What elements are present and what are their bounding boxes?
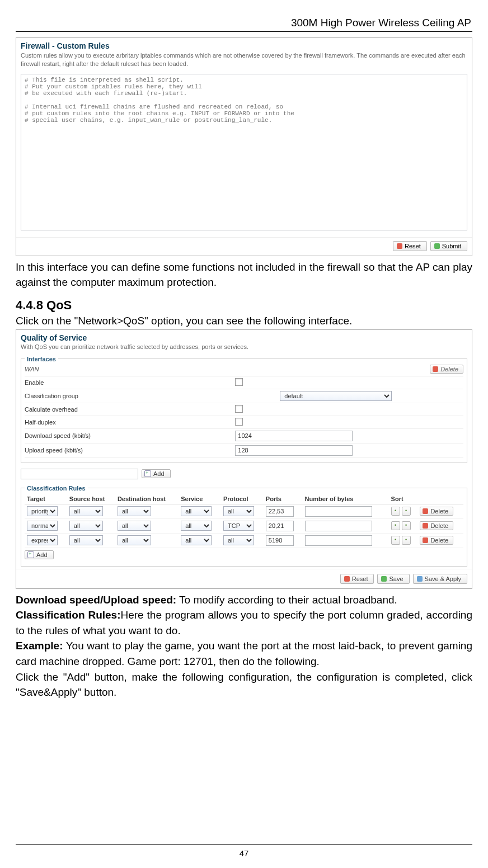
classification-label: Classification Rules: bbox=[16, 609, 120, 621]
plus-icon bbox=[144, 470, 151, 477]
delete-icon bbox=[423, 537, 428, 543]
half-duplex-row: Half-duplex bbox=[25, 416, 463, 429]
col-sort: Sort bbox=[389, 494, 418, 504]
ports-input[interactable] bbox=[266, 506, 294, 517]
download-speed-label: Download speed (kbit/s) bbox=[25, 432, 235, 439]
calc-overhead-checkbox[interactable] bbox=[235, 405, 243, 413]
target-select[interactable]: priority bbox=[27, 506, 58, 516]
upload-row: Upload speed (kbit/s) bbox=[25, 444, 463, 458]
col-bytes: Number of bytes bbox=[303, 494, 389, 504]
example-label: Example: bbox=[16, 640, 63, 652]
cancel-icon bbox=[397, 243, 402, 249]
qos-save-apply-button[interactable]: Save & Apply bbox=[413, 574, 467, 584]
ports-input[interactable] bbox=[266, 521, 294, 531]
qos-reset-button[interactable]: Reset bbox=[340, 574, 374, 584]
col-target: Target bbox=[25, 494, 67, 504]
source-host-select[interactable]: all bbox=[69, 521, 103, 531]
interfaces-legend: Interfaces bbox=[25, 356, 58, 362]
section-heading: 4.4.8 QoS bbox=[16, 298, 472, 313]
firewall-panel: Firewall - Custom Rules Custom rules all… bbox=[16, 37, 472, 256]
row-delete-button[interactable]: Delete bbox=[420, 536, 453, 545]
protocol-select[interactable]: TCP bbox=[223, 521, 254, 531]
row-delete-button[interactable]: Delete bbox=[420, 521, 453, 530]
table-row: expresallallallall• •Delete bbox=[25, 533, 463, 548]
delete-icon bbox=[433, 366, 438, 372]
half-duplex-checkbox[interactable] bbox=[235, 418, 243, 426]
page-number: 47 bbox=[0, 848, 488, 858]
classification-legend: Classification Rules bbox=[25, 485, 88, 492]
download-text: To modify according to their actual broa… bbox=[176, 594, 397, 606]
col-service: Service bbox=[179, 494, 221, 504]
calc-overhead-label: Calculate overhead bbox=[25, 406, 235, 413]
wan-delete-button[interactable]: Delete bbox=[430, 365, 463, 374]
add-interface-row: Add bbox=[16, 465, 472, 483]
sort-up-button[interactable]: • bbox=[391, 536, 400, 545]
qos-save-button[interactable]: Save bbox=[377, 574, 409, 584]
upload-speed-label: Upload speed (kbit/s) bbox=[25, 447, 235, 454]
protocol-select[interactable]: all bbox=[223, 506, 254, 516]
enable-checkbox[interactable] bbox=[235, 378, 243, 386]
add-rule-button[interactable]: Add bbox=[25, 550, 54, 559]
firewall-title: Firewall - Custom Rules bbox=[16, 38, 472, 51]
firewall-description: Custom rules allow you to execute arbrit… bbox=[16, 51, 472, 72]
footer-rule bbox=[16, 844, 472, 845]
download-row: Download speed (kbit/s) bbox=[25, 429, 463, 444]
custom-rules-textarea[interactable] bbox=[21, 74, 467, 230]
check-icon bbox=[434, 243, 440, 249]
source-host-select[interactable]: all bbox=[69, 506, 103, 516]
delete-icon bbox=[423, 523, 428, 529]
add-interface-input[interactable] bbox=[21, 469, 138, 479]
class-group-select[interactable]: default bbox=[280, 391, 392, 401]
table-header-row: Target Source host Destination host Serv… bbox=[25, 494, 463, 504]
target-select[interactable]: expres bbox=[27, 535, 58, 545]
sort-down-button[interactable]: • bbox=[402, 521, 411, 530]
submit-button[interactable]: Submit bbox=[430, 241, 467, 251]
sort-down-button[interactable]: • bbox=[402, 507, 411, 516]
protocol-select[interactable]: all bbox=[223, 535, 254, 545]
bytes-input[interactable] bbox=[305, 506, 372, 517]
wan-label: WAN bbox=[25, 366, 39, 372]
classification-table: Target Source host Destination host Serv… bbox=[25, 494, 463, 548]
row-delete-label: Delete bbox=[430, 508, 448, 515]
source-host-select[interactable]: all bbox=[69, 535, 103, 545]
target-select[interactable]: normal bbox=[27, 521, 58, 531]
dest-host-select[interactable]: all bbox=[118, 506, 151, 516]
download-speed-input[interactable] bbox=[235, 431, 353, 441]
service-select[interactable]: all bbox=[181, 521, 212, 531]
upload-speed-input[interactable] bbox=[235, 445, 353, 456]
reset-button[interactable]: Reset bbox=[393, 241, 427, 251]
add-interface-button[interactable]: Add bbox=[142, 469, 171, 478]
dest-host-select[interactable]: all bbox=[118, 521, 151, 531]
body-text-block: Download speed/Upload speed: To modify a… bbox=[16, 592, 472, 700]
download-label: Download speed/Upload speed: bbox=[16, 594, 176, 606]
col-protocol: Protocol bbox=[221, 494, 264, 504]
sort-down-button[interactable]: • bbox=[402, 536, 411, 545]
delete-icon bbox=[423, 508, 428, 514]
col-source-host: Source host bbox=[67, 494, 115, 504]
bytes-input[interactable] bbox=[305, 521, 372, 531]
row-delete-label: Delete bbox=[430, 537, 448, 544]
submit-button-label: Submit bbox=[442, 243, 461, 249]
service-select[interactable]: all bbox=[181, 535, 212, 545]
row-delete-button[interactable]: Delete bbox=[420, 507, 453, 516]
class-group-row: Classification group default bbox=[25, 389, 463, 403]
service-select[interactable]: all bbox=[181, 506, 212, 516]
ports-input[interactable] bbox=[266, 535, 294, 546]
qos-save-label: Save bbox=[389, 575, 403, 582]
section-intro: Click on the "Network>QoS" option, you c… bbox=[16, 315, 472, 327]
table-row: normalallallallTCP• •Delete bbox=[25, 518, 463, 533]
sort-up-button[interactable]: • bbox=[391, 521, 400, 530]
qos-save-apply-label: Save & Apply bbox=[425, 575, 461, 582]
calc-overhead-row: Calculate overhead bbox=[25, 403, 463, 416]
dest-host-select[interactable]: all bbox=[118, 535, 151, 545]
cancel-icon bbox=[344, 576, 350, 582]
sort-up-button[interactable]: • bbox=[391, 507, 400, 516]
col-ports: Ports bbox=[264, 494, 303, 504]
interfaces-fieldset: Interfaces WAN Delete Enable Classificat… bbox=[21, 356, 467, 463]
document-page: 300M High Power Wireless Ceiling AP Fire… bbox=[0, 0, 488, 868]
bytes-input[interactable] bbox=[305, 535, 372, 546]
add-text: Click the "Add" button, make the followi… bbox=[16, 669, 472, 700]
example-text: You want to play the game, you want the … bbox=[16, 640, 472, 667]
row-delete-label: Delete bbox=[430, 522, 448, 529]
wan-header-row: WAN Delete bbox=[25, 365, 463, 376]
